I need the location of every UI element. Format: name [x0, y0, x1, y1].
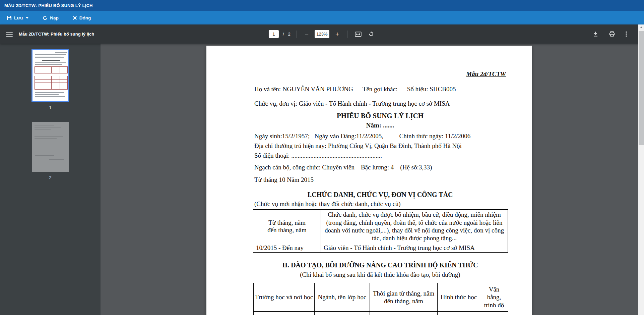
- thumbnail-panel: 1 2: [0, 44, 101, 315]
- pdf-toolbar: Mẫu 2D/TCTW: Phiếu bổ sung lý lịch / 2 −…: [0, 24, 644, 44]
- thumbnail-page-number: 1: [49, 105, 51, 110]
- window-title-bar: MẪU 2D/TCTW: PHIẾU BỔ SUNG LÝ LỊCH: [0, 0, 644, 11]
- address-line: Địa chỉ thường trú hiện nay: Phường Cống…: [254, 142, 506, 150]
- section-1-note: (Chức vụ mới nhận hoặc thay đổi chức dan…: [254, 200, 506, 208]
- download-icon: [593, 31, 598, 37]
- birth-line: Ngày sinh:15/2/1957; Ngày vào Đảng:11/2/…: [254, 132, 506, 140]
- document-title: PHIẾU BỔ SUNG LÝ LỊCH: [254, 112, 506, 120]
- rotate-icon: [368, 31, 374, 37]
- download-button[interactable]: [591, 30, 600, 38]
- close-button-label: Đóng: [79, 15, 91, 20]
- form-code: Mẫu 2d/TCTW: [254, 70, 506, 78]
- fit-to-page-icon: [355, 32, 362, 37]
- reload-button[interactable]: Nạp: [39, 13, 63, 23]
- table-cell: [370, 311, 438, 315]
- table-header-cell: Văn bằng, trình độ: [480, 283, 508, 312]
- toolbar-separator: [347, 31, 347, 38]
- save-button-label: Lưu: [14, 15, 23, 20]
- training-table: Trường học và nơi học Ngành, tên lớp học…: [253, 283, 508, 315]
- table-cell: [254, 311, 315, 315]
- reload-button-label: Nạp: [50, 15, 59, 20]
- close-icon: [73, 16, 77, 20]
- more-options-button[interactable]: [624, 30, 628, 38]
- pdf-viewer-frame: Mẫu 2D/TCTW: Phiếu bổ sung lý lịch / 2 −…: [0, 24, 644, 315]
- section-2-note: (Chỉ khai bổ sung sau khi đã kết thúc kh…: [254, 271, 506, 278]
- table-cell: [315, 311, 370, 315]
- close-button[interactable]: Đóng: [69, 13, 95, 23]
- pdf-document-title: Mẫu 2D/TCTW: Phiếu bổ sung lý lịch: [19, 32, 94, 37]
- pdf-viewer: Mẫu 2d/TCTW Họ và tên: NGUYỄN VĂN PHƯƠNG…: [101, 44, 644, 315]
- zoom-in-button[interactable]: +: [333, 30, 341, 39]
- table-header-row: Trường học và nơi học Ngành, tên lớp học…: [254, 283, 508, 312]
- zoom-out-button[interactable]: −: [303, 30, 311, 39]
- table-header-cell: Thời gian từ tháng, năm đến tháng, năm: [370, 283, 438, 312]
- scrollbar-thumb[interactable]: [639, 31, 644, 145]
- table-cell: 10/2015 - Đến nay: [253, 243, 321, 253]
- caret-down-icon: [26, 17, 28, 19]
- name-line: Họ và tên: NGUYỄN VĂN PHƯƠNG Tên gọi khá…: [254, 85, 506, 93]
- pdf-action-icons: [591, 30, 628, 38]
- table-header-cell: Trường học và nơi học: [254, 283, 315, 312]
- position-line: Chức vụ, đơn vị: Giáo viên - Tổ Hành chí…: [254, 100, 506, 107]
- save-icon: [7, 15, 12, 20]
- table-cell: [438, 311, 480, 315]
- from-line: Từ tháng 10 Năm 2015: [254, 176, 506, 183]
- table-header-cell: Ngành, tên lớp học: [315, 283, 370, 312]
- thumbnail-page-1[interactable]: [31, 49, 69, 102]
- toolbar-separator: [297, 31, 297, 38]
- page-number-input[interactable]: [269, 30, 279, 38]
- page-separator: /: [283, 32, 284, 37]
- rotate-button[interactable]: [367, 30, 375, 38]
- phone-line: Số điện thoại: .........................…: [254, 152, 506, 159]
- pdf-page-zoom-controls: / 2 − 123% +: [269, 24, 375, 44]
- vertical-scrollbar[interactable]: [638, 24, 644, 315]
- table-row: 10/2015 - Đến nay Giáo viên - Tổ Hành ch…: [253, 243, 508, 253]
- print-button[interactable]: [608, 30, 616, 38]
- section-2-title: II. ĐÀO TẠO, BỒI DƯỠNG NÂNG CAO TRÌNH ĐỘ…: [254, 261, 506, 269]
- table-header-cell: Chức danh, chức vụ được bổ nhiệm, bầu cử…: [321, 210, 508, 243]
- table-row-empty: [254, 311, 508, 315]
- table-header-cell: Từ tháng, năm đến tháng, năm: [253, 210, 321, 243]
- menu-icon[interactable]: [6, 32, 13, 37]
- save-button[interactable]: Lưu: [3, 13, 33, 23]
- scroll-up-icon: [640, 27, 643, 28]
- print-icon: [609, 31, 615, 37]
- app-toolbar: Lưu Nạp Đóng: [0, 11, 644, 24]
- scroll-up-button[interactable]: [638, 24, 644, 30]
- thumbnail-page-number: 2: [49, 175, 51, 180]
- window-title: MẪU 2D/TCTW: PHIẾU BỔ SUNG LÝ LỊCH: [4, 3, 93, 8]
- reload-icon: [43, 15, 48, 20]
- table-cell: [480, 311, 508, 315]
- thumbnail-page-2[interactable]: [32, 122, 69, 172]
- pdf-page-1: Mẫu 2d/TCTW Họ và tên: NGUYỄN VĂN PHƯƠNG…: [206, 46, 532, 315]
- table-header-cell: Hình thức học: [438, 283, 480, 312]
- page-total: 2: [288, 32, 291, 37]
- position-history-table: Từ tháng, năm đến tháng, năm Chức danh, …: [253, 209, 508, 253]
- rank-line: Ngạch cán bộ, công chức: Chuyên viên Bậc…: [254, 163, 506, 171]
- fit-to-page-button[interactable]: [353, 30, 363, 38]
- zoom-level: 123%: [315, 30, 329, 38]
- year-line: Năm: .......: [254, 122, 506, 129]
- section-1-title: I.CHỨC DANH, CHỨC VỤ, ĐƠN VỊ CÔNG TÁC: [254, 191, 506, 199]
- table-header-row: Từ tháng, năm đến tháng, năm Chức danh, …: [253, 210, 508, 243]
- kebab-menu-icon: [626, 31, 627, 37]
- table-cell: Giáo viên - Tổ Hành chính - Trường trung…: [321, 243, 508, 253]
